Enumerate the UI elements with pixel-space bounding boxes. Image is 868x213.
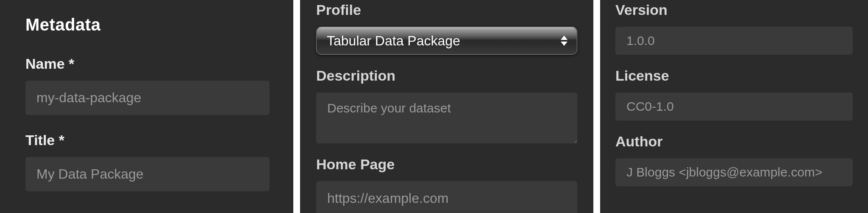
license-input[interactable]: [615, 92, 853, 121]
title-group: Title *: [25, 132, 270, 191]
license-group: License: [615, 67, 853, 121]
metadata-column-2: Profile Tabular Data Package Description…: [300, 0, 593, 213]
title-input[interactable]: [25, 157, 270, 191]
homepage-label: Home Page: [316, 156, 577, 173]
profile-select-value: Tabular Data Package: [327, 33, 460, 49]
author-group: Author: [615, 133, 853, 186]
metadata-column-1: Metadata Name * Title *: [0, 0, 293, 213]
author-input[interactable]: [615, 158, 853, 186]
version-group: Version: [615, 2, 853, 55]
license-label: License: [615, 67, 853, 84]
version-input[interactable]: [615, 27, 853, 55]
updown-arrows-icon: [561, 36, 568, 46]
description-label: Description: [316, 67, 577, 84]
metadata-form: Metadata Name * Title * Profile Tabular …: [0, 0, 868, 213]
metadata-heading: Metadata: [25, 15, 270, 34]
column-divider: [293, 0, 300, 213]
name-label: Name *: [25, 56, 270, 72]
profile-select[interactable]: Tabular Data Package: [316, 27, 577, 55]
homepage-group: Home Page: [316, 156, 577, 213]
column-divider: [593, 0, 600, 213]
title-label: Title *: [25, 132, 270, 149]
name-input[interactable]: [25, 81, 270, 115]
metadata-column-3: Version License Author: [600, 0, 868, 213]
profile-group: Profile Tabular Data Package: [316, 2, 577, 55]
homepage-input[interactable]: [316, 181, 577, 213]
name-group: Name *: [25, 56, 270, 115]
profile-label: Profile: [316, 2, 577, 18]
author-label: Author: [615, 133, 853, 150]
description-textarea[interactable]: [316, 92, 577, 143]
description-group: Description: [316, 67, 577, 143]
version-label: Version: [615, 2, 853, 18]
